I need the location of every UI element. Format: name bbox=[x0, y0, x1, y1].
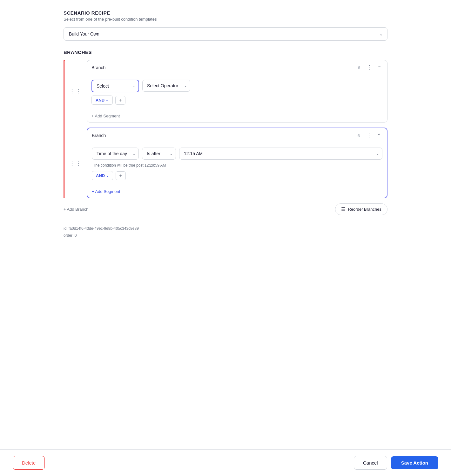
branch2-collapse-icon[interactable]: ⌃ bbox=[376, 132, 382, 139]
branch2-condition-select[interactable]: Time of the day Select bbox=[92, 148, 139, 160]
id-line: id: fa0d14f6-43de-49ec-9e8b-405c343c8e89 bbox=[64, 225, 387, 232]
branch1-name-input[interactable] bbox=[91, 65, 355, 70]
branch2-wrapper: ⋮⋮ 6 ⋮ ⌃ Time of the d bbox=[69, 128, 387, 198]
branch1-and-row: AND ⌄ + bbox=[91, 96, 383, 105]
reorder-branches-button[interactable]: ☰ Reorder Branches bbox=[335, 203, 388, 215]
delete-button[interactable]: Delete bbox=[13, 456, 45, 470]
branch1-add-segment-label: + Add Segment bbox=[91, 114, 120, 118]
cancel-button[interactable]: Cancel bbox=[354, 456, 387, 470]
branch2-condition-row: Time of the day Select ⌄ Is after Is bef… bbox=[92, 148, 382, 160]
branch1-condition-select[interactable]: Select Time of the day bbox=[91, 80, 139, 92]
branch2-value-wrapper: 12:15 AM 12:30 AM 1:00 AM ⌄ bbox=[179, 148, 382, 160]
scenario-recipe-section: SCENARIO RECIPE Select from one of the p… bbox=[64, 10, 387, 41]
reorder-label: Reorder Branches bbox=[348, 207, 382, 212]
branch2-condition-hint-area: The condition will be true post 12:29:59… bbox=[92, 162, 382, 168]
branch1-body: Select Time of the day ⌄ Select Operator… bbox=[87, 75, 387, 109]
branch1-and-chevron-icon: ⌄ bbox=[106, 98, 109, 102]
branch2-condition-hint: The condition will be true post 12:29:59… bbox=[92, 163, 166, 168]
branch1-collapse-icon[interactable]: ⌃ bbox=[376, 64, 383, 71]
branch1-select-wrapper: Select Time of the day ⌄ bbox=[91, 80, 139, 92]
branch1-header: 6 ⋮ ⌃ bbox=[87, 60, 387, 75]
branch1-drag-handle[interactable]: ⋮⋮ bbox=[69, 88, 82, 95]
scenario-recipe-subtitle: Select from one of the pre-built conditi… bbox=[64, 17, 387, 22]
branches-section: BRANCHES ⋮⋮ 6 ⋮ ⌃ bbox=[64, 50, 387, 215]
branch2-and-label: AND bbox=[96, 173, 105, 178]
bottom-actions: + Add Branch ☰ Reorder Branches bbox=[64, 203, 387, 215]
order-line: order: 0 bbox=[64, 232, 387, 239]
add-branch-label: + Add Branch bbox=[64, 207, 88, 212]
branch1-condition-row: Select Time of the day ⌄ Select Operator… bbox=[91, 80, 383, 92]
branch1-menu-icon[interactable]: ⋮ bbox=[365, 63, 374, 72]
branch1-operator-select[interactable]: Select Operator Is after Is before bbox=[142, 80, 190, 92]
footer-right: Cancel Save Action bbox=[354, 456, 438, 470]
footer-actions: Delete Cancel Save Action bbox=[0, 449, 451, 476]
branch2-and-chevron-icon: ⌄ bbox=[106, 174, 109, 178]
branch2-name-input[interactable] bbox=[92, 133, 355, 138]
branch2-operator-wrapper: Is after Is before ⌄ bbox=[142, 148, 176, 160]
branch2-header: 6 ⋮ ⌃ bbox=[87, 128, 387, 143]
branch1-add-segment-area: + Add Segment bbox=[87, 109, 387, 122]
recipe-select[interactable]: Build Your Own Custom bbox=[64, 27, 387, 41]
recipe-select-wrapper: Build Your Own Custom ⌄ bbox=[64, 27, 387, 41]
branch1-operator-wrapper: Select Operator Is after Is before ⌄ bbox=[142, 80, 190, 92]
branch1-block: 6 ⋮ ⌃ Select Time of the day bbox=[87, 60, 387, 122]
branches-inner: ⋮⋮ 6 ⋮ ⌃ Select bbox=[69, 60, 387, 198]
branch2-and-row: AND ⌄ + bbox=[92, 171, 382, 180]
branch2-add-segment-button[interactable]: + Add Segment bbox=[92, 189, 120, 194]
id-info-section: id: fa0d14f6-43de-49ec-9e8b-405c343c8e89… bbox=[64, 225, 387, 244]
branch2-drag-handle[interactable]: ⋮⋮ bbox=[69, 159, 82, 167]
branches-title: BRANCHES bbox=[64, 50, 387, 55]
branch1-wrapper: ⋮⋮ 6 ⋮ ⌃ Select bbox=[69, 60, 387, 122]
scenario-recipe-title: SCENARIO RECIPE bbox=[64, 10, 387, 16]
branch2-count: 6 bbox=[358, 133, 360, 138]
branch2-add-condition-button[interactable]: + bbox=[116, 171, 125, 180]
branch2-menu-icon[interactable]: ⋮ bbox=[365, 131, 373, 140]
branch2-value-select[interactable]: 12:15 AM 12:30 AM 1:00 AM bbox=[179, 148, 382, 160]
reorder-icon: ☰ bbox=[341, 206, 346, 212]
branches-area: ⋮⋮ 6 ⋮ ⌃ Select bbox=[64, 60, 387, 198]
branch1-and-label: AND bbox=[96, 98, 104, 102]
add-branch-button[interactable]: + Add Branch bbox=[64, 207, 88, 212]
save-action-button[interactable]: Save Action bbox=[391, 456, 438, 469]
branch2-block: 6 ⋮ ⌃ Time of the day Select bbox=[87, 128, 387, 198]
branch2-and-button[interactable]: AND ⌄ bbox=[92, 171, 113, 180]
branch1-and-button[interactable]: AND ⌄ bbox=[91, 96, 113, 105]
branch1-add-condition-button[interactable]: + bbox=[115, 96, 125, 105]
branch2-condition-wrapper: Time of the day Select ⌄ bbox=[92, 148, 139, 160]
branch2-body: Time of the day Select ⌄ Is after Is bef… bbox=[87, 143, 387, 185]
branch2-operator-select[interactable]: Is after Is before bbox=[142, 148, 176, 160]
red-border-indicator bbox=[64, 60, 65, 198]
branch1-add-segment-button[interactable]: + Add Segment bbox=[91, 114, 120, 118]
branch2-add-segment-area: + Add Segment bbox=[87, 185, 387, 198]
branch1-count: 6 bbox=[358, 65, 360, 70]
branch2-add-segment-label: + Add Segment bbox=[92, 189, 120, 194]
